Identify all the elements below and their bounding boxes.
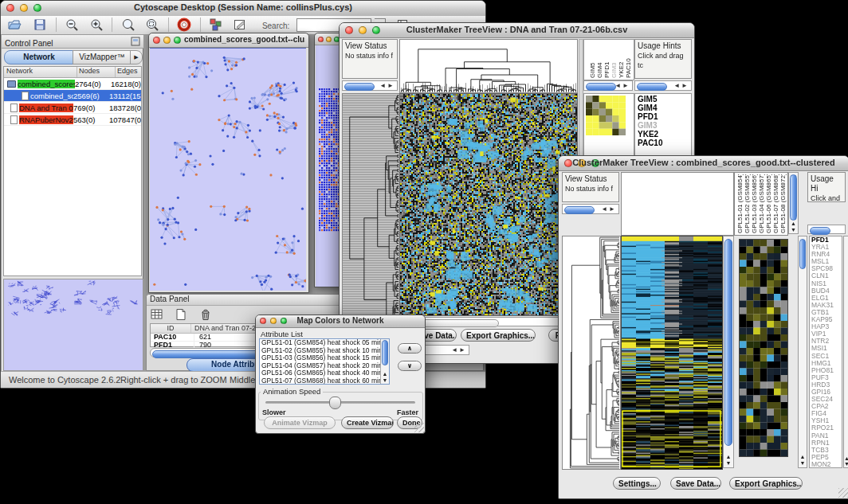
tv2-hints-scrollbar[interactable] — [807, 225, 846, 234]
settings-button[interactable]: Settings... — [613, 477, 661, 490]
tv1-hscrollbar[interactable] — [399, 317, 578, 326]
tv2-zoom-heatmap[interactable] — [739, 239, 788, 457]
tv1-mini-scrollbar[interactable]: ◄► — [583, 80, 633, 91]
scroll-down-icon[interactable]: ▼ — [381, 377, 389, 383]
network-window-titlebar[interactable]: combined_scores_good.txt--cluste... — [149, 33, 308, 48]
scroll-up-icon[interactable]: ▲ — [799, 454, 807, 459]
gene-label[interactable]: PFD1 — [638, 112, 691, 121]
open-file-icon[interactable] — [7, 18, 22, 32]
gene-label[interactable]: GIM4 — [638, 104, 691, 112]
help-lifering-icon[interactable] — [177, 18, 191, 32]
gene-label[interactable]: MON2 — [811, 461, 842, 468]
scrollbar-thumb[interactable] — [799, 239, 806, 269]
network-name: DNA and Tran 07 — [19, 104, 73, 112]
export-graphics-button[interactable]: Export Graphics... — [461, 329, 536, 342]
rotated-gene-label: GIM5 — [589, 43, 596, 78]
tv2-list-vscrollbar[interactable]: ▲▼ — [843, 236, 848, 468]
tv2-zoom-vscrollbar[interactable]: ▲▼ — [798, 236, 807, 468]
zoom-selected-icon[interactable] — [145, 18, 159, 32]
scroll-arrows-icon[interactable]: ◄► — [673, 82, 689, 89]
zoom-window-icon[interactable] — [174, 37, 181, 44]
treeview2-title: ClusterMaker TreeView : combined_scores_… — [559, 158, 848, 167]
animate-vizmap-button[interactable]: Animate Vizmap — [264, 416, 336, 429]
slower-label: Slower — [262, 408, 286, 416]
tv2-heatmap[interactable] — [621, 236, 723, 470]
tv1-status-scrollbar[interactable]: ◄► — [342, 80, 398, 91]
tv2-top-vscrollbar[interactable]: ▲▼ — [788, 172, 799, 234]
scroll-down-icon[interactable]: ▼ — [724, 460, 733, 466]
tv2-row-dendrogram[interactable] — [562, 236, 621, 470]
scrollbar-thumb[interactable] — [790, 174, 797, 221]
tv2-column-dendrogram-area[interactable] — [621, 172, 734, 236]
scroll-arrows-icon[interactable]: ◄► — [601, 205, 617, 213]
gene-label[interactable]: GIM5 — [638, 95, 691, 104]
scroll-up-icon[interactable]: ▲ — [381, 371, 389, 377]
scrollbar-thumb[interactable] — [564, 206, 595, 214]
network-row[interactable]: DNA and Tran 07769(0)183728(0) — [4, 102, 141, 114]
scrollbar-thumb[interactable] — [586, 83, 616, 91]
tv2-main-vscrollbar[interactable]: ▲▼ — [723, 236, 734, 468]
tab-vizmapper[interactable]: VizMapper™ — [73, 50, 132, 64]
treeview2-titlebar[interactable]: ClusterMaker TreeView : combined_scores_… — [559, 156, 848, 171]
vizmapper-palette-icon[interactable] — [209, 18, 223, 32]
network-window[interactable]: combined_scores_good.txt--cluste... — [148, 33, 309, 293]
network-view-canvas[interactable] — [150, 48, 306, 291]
speed-slider-thumb[interactable] — [329, 397, 341, 409]
scrollbar-thumb[interactable] — [637, 83, 667, 91]
gene-label[interactable]: YKE2 — [638, 130, 691, 139]
tv1-hints-scrollbar[interactable]: ◄► — [634, 80, 692, 91]
scroll-arrows-icon[interactable]: ◄► — [614, 82, 630, 89]
scrollbar-thumb[interactable] — [810, 227, 830, 235]
export-graphics-button[interactable]: Export Graphics... — [729, 477, 803, 490]
close-icon[interactable] — [153, 37, 160, 44]
network-row[interactable]: RNAPuberNov2+!563(0)107847(0) — [4, 114, 141, 126]
scroll-up-icon[interactable]: ▲ — [844, 455, 848, 461]
network-row[interactable]: combined_sco2569(6)13112(15) — [4, 90, 141, 102]
dialog-titlebar[interactable]: Map Colors to Network — [256, 315, 425, 328]
tv1-heatmap[interactable] — [399, 93, 578, 316]
float-panel-icon[interactable] — [131, 37, 140, 46]
zoom-in-icon[interactable] — [89, 18, 104, 32]
close-icon[interactable] — [318, 37, 324, 42]
resize-grip[interactable] — [414, 423, 424, 432]
scroll-arrows-icon[interactable]: ◄► — [451, 346, 467, 354]
tab-overflow-icon[interactable]: ▶ — [130, 50, 143, 64]
scrollbar-thumb[interactable] — [344, 83, 375, 91]
new-attribute-icon[interactable] — [174, 307, 188, 322]
save-data-button[interactable]: Save Data... — [670, 477, 721, 490]
scrollbar-thumb[interactable] — [382, 340, 388, 365]
save-icon[interactable] — [33, 18, 47, 32]
network-row[interactable]: combined_scores2764(0)16218(0) — [4, 78, 141, 90]
attribute-item[interactable]: GPL51-07 (GSM868) heat shock 60 min — [261, 377, 389, 385]
tv1-correlation-matrix[interactable] — [586, 96, 626, 135]
attribute-listbox[interactable]: GPL51-01 (GSM854) heat shock 05 minGPL51… — [259, 338, 390, 385]
move-down-button[interactable]: ∨ — [398, 361, 422, 371]
scroll-down-icon[interactable]: ▼ — [789, 227, 798, 232]
scroll-arrows-icon[interactable]: ◄► — [379, 82, 395, 89]
gene-label[interactable]: GIM3 — [638, 121, 691, 130]
tv2-status-scrollbar[interactable]: ◄► — [562, 204, 619, 214]
annotation-icon[interactable] — [233, 18, 247, 32]
move-up-button[interactable]: ∧ — [398, 343, 422, 354]
scroll-down-icon[interactable]: ▼ — [844, 461, 848, 467]
attribute-list-scrollbar[interactable]: ▲▼ — [380, 339, 389, 384]
tv1-column-dendrogram[interactable] — [399, 39, 578, 93]
zoom-out-icon[interactable] — [65, 18, 79, 32]
tab-network[interactable]: Network — [4, 50, 74, 64]
scroll-down-icon[interactable]: ▼ — [799, 460, 807, 466]
treeview1-titlebar[interactable]: ClusterMaker TreeView : DNA and Tran 07-… — [340, 23, 694, 38]
scrollbar-thumb[interactable] — [724, 239, 732, 446]
delete-attribute-icon[interactable] — [198, 307, 213, 322]
tv1-row-dendrogram[interactable] — [342, 93, 400, 334]
attribute-table-icon[interactable] — [150, 307, 164, 322]
scroll-up-icon[interactable]: ▲ — [789, 221, 798, 226]
minimize-icon[interactable] — [326, 37, 332, 42]
birds-eye-view[interactable] — [3, 279, 143, 371]
zoom-fit-icon[interactable] — [121, 18, 135, 32]
create-vizmap-button[interactable]: Create Vizmap — [341, 416, 394, 429]
gene-label[interactable]: PAC10 — [638, 139, 691, 147]
scroll-up-icon[interactable]: ▲ — [724, 454, 733, 459]
main-titlebar[interactable]: Cytoscape Desktop (Session Name: collins… — [1, 1, 485, 17]
minimize-icon[interactable] — [163, 37, 171, 44]
resize-grip[interactable] — [838, 488, 848, 498]
